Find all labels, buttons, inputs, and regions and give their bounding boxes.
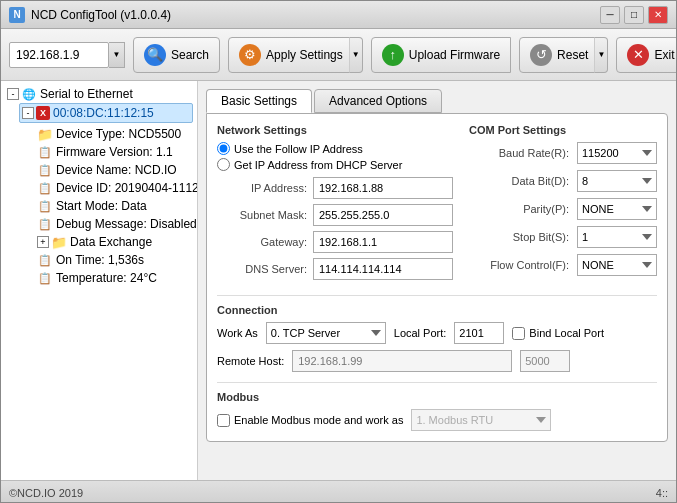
settings-columns: Network Settings Use the Follow IP Addre… bbox=[217, 124, 657, 285]
title-bar-controls: ─ □ ✕ bbox=[600, 6, 668, 24]
apply-settings-dropdown[interactable]: ▼ bbox=[349, 37, 363, 73]
baud-rate-label: Baud Rate(R): bbox=[469, 147, 569, 159]
debug-msg-label: Debug Message: Disabled bbox=[56, 217, 197, 231]
ip-address-row: IP Address: bbox=[217, 177, 453, 199]
device-type-label: Device Type: NCD5500 bbox=[56, 127, 181, 141]
gateway-row: Gateway: bbox=[217, 231, 453, 253]
device-children: 📁 Device Type: NCD5500 📋 Firmware Versio… bbox=[19, 125, 193, 287]
parity-select[interactable]: NONE ODD EVEN bbox=[577, 198, 657, 220]
list-item[interactable]: 📁 Device Type: NCD5500 bbox=[35, 125, 193, 143]
device-expand-btn[interactable]: - bbox=[22, 107, 34, 119]
exit-label: Exit bbox=[654, 48, 674, 62]
stop-bit-select[interactable]: 1 2 bbox=[577, 226, 657, 248]
firmware-label: Firmware Version: 1.1 bbox=[56, 145, 173, 159]
baud-rate-select[interactable]: 115200 57600 38400 19200 9600 bbox=[577, 142, 657, 164]
gateway-label: Gateway: bbox=[217, 236, 307, 248]
start-mode-label: Start Mode: Data bbox=[56, 199, 147, 213]
info-icon-2: 📋 bbox=[37, 162, 53, 178]
status-bar: ©NCD.IO 2019 4:: bbox=[1, 480, 676, 503]
flow-control-select[interactable]: NONE RTS/CTS XON/XOFF bbox=[577, 254, 657, 276]
work-as-select[interactable]: 0. TCP Server 1. TCP Client 2. UDP bbox=[266, 322, 386, 344]
parity-row: Parity(P): NONE ODD EVEN bbox=[469, 198, 657, 220]
root-expand-btn[interactable]: - bbox=[7, 88, 19, 100]
tab-basic-settings[interactable]: Basic Settings bbox=[206, 89, 312, 113]
device-header[interactable]: - X 00:08:DC:11:12:15 bbox=[19, 103, 193, 123]
network-section-title: Network Settings bbox=[217, 124, 453, 136]
data-bit-select[interactable]: 8 7 6 5 bbox=[577, 170, 657, 192]
list-item[interactable]: 📋 Debug Message: Disabled bbox=[35, 215, 193, 233]
device-id-label: Device ID: 20190404-111215 bbox=[56, 181, 198, 195]
copyright-text: ©NCD.IO 2019 bbox=[9, 487, 83, 499]
ip-address-field[interactable] bbox=[313, 177, 453, 199]
flow-control-row: Flow Control(F): NONE RTS/CTS XON/XOFF bbox=[469, 254, 657, 276]
maximize-button[interactable]: □ bbox=[624, 6, 644, 24]
data-exchange-expand-btn[interactable]: + bbox=[37, 236, 49, 248]
on-time-label: On Time: 1,536s bbox=[56, 253, 144, 267]
modbus-enable-checkbox[interactable] bbox=[217, 414, 230, 427]
bind-local-port-label: Bind Local Port bbox=[512, 327, 604, 340]
apply-settings-button[interactable]: ⚙ Apply Settings bbox=[228, 37, 354, 73]
exit-button[interactable]: ✕ Exit bbox=[616, 37, 677, 73]
reset-label: Reset bbox=[557, 48, 588, 62]
radio-use-ip-label: Use the Follow IP Address bbox=[234, 143, 363, 155]
remote-host-field[interactable] bbox=[292, 350, 512, 372]
bind-local-port-text: Bind Local Port bbox=[529, 327, 604, 339]
stop-bit-row: Stop Bit(S): 1 2 bbox=[469, 226, 657, 248]
list-item[interactable]: 📋 Device Name: NCD.IO bbox=[35, 161, 193, 179]
ip-address-input[interactable] bbox=[9, 42, 109, 68]
search-button[interactable]: 🔍 Search bbox=[133, 37, 220, 73]
sidebar: - 🌐 Serial to Ethernet - X 00:08:DC:11:1… bbox=[1, 81, 198, 480]
list-item[interactable]: 📋 Device ID: 20190404-111215 bbox=[35, 179, 193, 197]
modbus-row: Enable Modbus mode and work as 1. Modbus… bbox=[217, 409, 657, 431]
radio-use-ip[interactable] bbox=[217, 142, 230, 155]
folder-icon: 📁 bbox=[37, 126, 53, 142]
info-icon-3: 📋 bbox=[37, 180, 53, 196]
local-port-field[interactable] bbox=[454, 322, 504, 344]
radio-dhcp[interactable] bbox=[217, 158, 230, 171]
sidebar-root-label: Serial to Ethernet bbox=[40, 87, 133, 101]
bind-local-port-checkbox[interactable] bbox=[512, 327, 525, 340]
list-item[interactable]: 📋 Firmware Version: 1.1 bbox=[35, 143, 193, 161]
dns-server-field[interactable] bbox=[313, 258, 453, 280]
connection-section-title: Connection bbox=[217, 304, 657, 316]
minimize-button[interactable]: ─ bbox=[600, 6, 620, 24]
data-exchange-label: Data Exchange bbox=[70, 235, 152, 249]
tab-advanced-options[interactable]: Advanced Options bbox=[314, 89, 442, 113]
subnet-mask-field[interactable] bbox=[313, 204, 453, 226]
gateway-field[interactable] bbox=[313, 231, 453, 253]
device-status-icon: X bbox=[36, 106, 50, 120]
search-area: 🔍 Search bbox=[133, 37, 220, 73]
toolbar: ▼ 🔍 Search ⚙ Apply Settings ▼ ↑ Upload F… bbox=[1, 29, 676, 81]
remote-port-field[interactable] bbox=[520, 350, 570, 372]
ip-dropdown-arrow[interactable]: ▼ bbox=[109, 42, 125, 68]
list-item[interactable]: 📋 On Time: 1,536s bbox=[35, 251, 193, 269]
com-port-settings-col: COM Port Settings Baud Rate(R): 115200 5… bbox=[469, 124, 657, 285]
remote-host-row: Remote Host: bbox=[217, 350, 657, 372]
upload-firmware-button[interactable]: ↑ Upload Firmware bbox=[371, 37, 511, 73]
close-button[interactable]: ✕ bbox=[648, 6, 668, 24]
info-icon-6: 📋 bbox=[37, 252, 53, 268]
dns-server-label: DNS Server: bbox=[217, 263, 307, 275]
parity-label: Parity(P): bbox=[469, 203, 569, 215]
apply-settings-label: Apply Settings bbox=[266, 48, 343, 62]
modbus-mode-select[interactable]: 1. Modbus RTU 2. Modbus ASCII bbox=[411, 409, 551, 431]
sidebar-root-item[interactable]: - 🌐 Serial to Ethernet bbox=[5, 85, 193, 103]
work-as-row: Work As 0. TCP Server 1. TCP Client 2. U… bbox=[217, 322, 657, 344]
info-icon-4: 📋 bbox=[37, 198, 53, 214]
subnet-mask-row: Subnet Mask: bbox=[217, 204, 453, 226]
right-panel: Basic Settings Advanced Options Network … bbox=[198, 81, 676, 480]
connection-section: Connection Work As 0. TCP Server 1. TCP … bbox=[217, 295, 657, 372]
list-item[interactable]: 📋 Start Mode: Data bbox=[35, 197, 193, 215]
upload-icon: ↑ bbox=[382, 44, 404, 66]
reset-button[interactable]: ↺ Reset bbox=[519, 37, 599, 73]
list-item[interactable]: + 📁 Data Exchange bbox=[35, 233, 193, 251]
info-icon-5: 📋 bbox=[37, 216, 53, 232]
folder-icon-2: 📁 bbox=[51, 234, 67, 250]
app-icon: N bbox=[9, 7, 25, 23]
device-name-label: Device Name: NCD.IO bbox=[56, 163, 177, 177]
stop-bit-label: Stop Bit(S): bbox=[469, 231, 569, 243]
reset-dropdown[interactable]: ▼ bbox=[594, 37, 608, 73]
ip-address-label: IP Address: bbox=[217, 182, 307, 194]
reset-icon: ↺ bbox=[530, 44, 552, 66]
list-item[interactable]: 📋 Temperature: 24°C bbox=[35, 269, 193, 287]
